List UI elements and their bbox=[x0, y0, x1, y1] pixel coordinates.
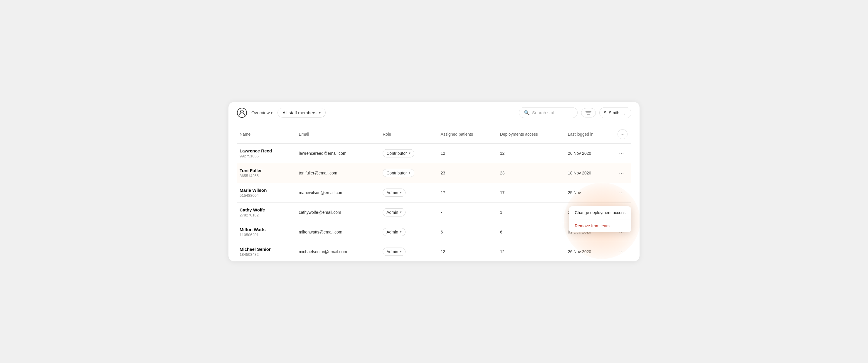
cell-last-logged-in: 25 Nov bbox=[565, 183, 614, 202]
cell-deployments-access: 6 bbox=[497, 222, 565, 242]
cell-name: Marie Wilson 515488004 bbox=[237, 183, 296, 202]
cell-actions: ··· bbox=[614, 143, 631, 163]
row-more-button[interactable]: ··· bbox=[617, 149, 626, 158]
cell-name: Milton Watts 110506201 bbox=[237, 222, 296, 242]
cell-email: miltonwatts@email.com bbox=[296, 222, 380, 242]
col-name: Name bbox=[237, 124, 296, 144]
cell-actions: ··· bbox=[614, 163, 631, 183]
cell-role: Contributor ▾ bbox=[380, 143, 437, 163]
col-assigned-patients: Assigned patients bbox=[437, 124, 497, 144]
cell-deployments-access: 12 bbox=[497, 143, 565, 163]
cell-email: lawrencereed@email.com bbox=[296, 143, 380, 163]
cell-email: michaelsenior@email.com bbox=[296, 242, 380, 262]
col-last-logged-in: Last logged in bbox=[565, 124, 614, 144]
chevron-down-icon: ▾ bbox=[400, 230, 402, 234]
cell-role: Admin ▾ bbox=[380, 183, 437, 202]
cell-deployments-access: 1 bbox=[497, 202, 565, 222]
cell-assigned-patients: - bbox=[437, 202, 497, 222]
role-dropdown[interactable]: Admin ▾ bbox=[382, 188, 405, 197]
table-row: Toni Fuller 865514265 tonifuller@email.c… bbox=[237, 163, 631, 183]
context-menu-remove-from-team[interactable]: Remove from team bbox=[569, 219, 631, 232]
cell-deployments-access: 12 bbox=[497, 242, 565, 262]
chevron-down-icon: ▾ bbox=[409, 151, 410, 155]
role-dropdown[interactable]: Admin ▾ bbox=[382, 208, 405, 216]
search-icon: 🔍 bbox=[524, 110, 530, 115]
cell-assigned-patients: 12 bbox=[437, 242, 497, 262]
cell-name: Cathy Wolfe 278270182 bbox=[237, 202, 296, 222]
more-horiz-icon: ··· bbox=[620, 131, 624, 137]
user-name: S. Smith bbox=[604, 111, 619, 115]
cell-name: Toni Fuller 865514265 bbox=[237, 163, 296, 183]
user-more-icon: ⋮ bbox=[622, 110, 627, 116]
filter-icon bbox=[586, 111, 591, 115]
context-menu-change-deployment[interactable]: Change deployment access bbox=[569, 206, 631, 219]
cell-deployments-access: 17 bbox=[497, 183, 565, 202]
cell-email: tonifuller@email.com bbox=[296, 163, 380, 183]
role-dropdown[interactable]: Contributor ▾ bbox=[382, 169, 414, 177]
app-logo bbox=[237, 108, 247, 118]
chevron-down-icon: ▾ bbox=[400, 250, 402, 253]
search-placeholder: Search staff bbox=[532, 110, 556, 115]
cell-deployments-access: 23 bbox=[497, 163, 565, 183]
cell-name: Michael Senior 184503482 bbox=[237, 242, 296, 262]
role-dropdown[interactable]: Admin ▾ bbox=[382, 228, 405, 236]
role-dropdown[interactable]: Contributor ▾ bbox=[382, 149, 414, 157]
col-email: Email bbox=[296, 124, 380, 144]
cell-assigned-patients: 23 bbox=[437, 163, 497, 183]
context-menu: Change deployment access Remove from tea… bbox=[569, 206, 631, 232]
col-role: Role bbox=[380, 124, 437, 144]
cell-email: mariewilson@email.com bbox=[296, 183, 380, 202]
col-deployments-access: Deployments access bbox=[497, 124, 565, 144]
row-more-button[interactable]: ··· bbox=[617, 247, 626, 256]
row-more-button[interactable]: ··· bbox=[617, 168, 626, 177]
staff-table: Name Email Role Assigned patients Deploy… bbox=[237, 124, 631, 262]
cell-assigned-patients: 6 bbox=[437, 222, 497, 242]
user-badge[interactable]: S. Smith ⋮ bbox=[599, 107, 631, 118]
table-more-button[interactable]: ··· bbox=[618, 129, 627, 139]
search-box[interactable]: 🔍 Search staff bbox=[519, 107, 578, 118]
col-actions: ··· bbox=[614, 124, 631, 144]
dropdown-label: All staff members bbox=[282, 110, 316, 115]
cell-assigned-patients: 17 bbox=[437, 183, 497, 202]
cell-role: Admin ▾ bbox=[380, 202, 437, 222]
cell-role: Admin ▾ bbox=[380, 222, 437, 242]
cell-role: Admin ▾ bbox=[380, 242, 437, 262]
header: Overview of All staff members ▾ 🔍 Search… bbox=[228, 102, 640, 124]
chevron-down-icon: ▾ bbox=[319, 111, 321, 115]
chevron-down-icon: ▾ bbox=[400, 191, 402, 194]
main-container: Overview of All staff members ▾ 🔍 Search… bbox=[228, 102, 640, 262]
cell-actions: ··· bbox=[614, 183, 631, 202]
cell-name: Lawrence Reed 992751056 bbox=[237, 143, 296, 163]
header-right: 🔍 Search staff S. Smith ⋮ bbox=[519, 107, 631, 118]
row-more-button[interactable]: ··· bbox=[617, 188, 626, 197]
context-menu-wrapper: Change deployment access Remove from tea… bbox=[569, 206, 631, 232]
chevron-down-icon: ▾ bbox=[409, 171, 410, 175]
chevron-down-icon: ▾ bbox=[400, 210, 402, 214]
table-row: Lawrence Reed 992751056 lawrencereed@ema… bbox=[237, 143, 631, 163]
cell-last-logged-in: 26 Nov 2020 bbox=[565, 242, 614, 262]
table-wrapper: Name Email Role Assigned patients Deploy… bbox=[228, 124, 640, 262]
role-dropdown[interactable]: Admin ▾ bbox=[382, 248, 405, 256]
cell-email: cathywolfe@email.com bbox=[296, 202, 380, 222]
table-body: Lawrence Reed 992751056 lawrencereed@ema… bbox=[237, 143, 631, 262]
table-header: Name Email Role Assigned patients Deploy… bbox=[237, 124, 631, 144]
cell-role: Contributor ▾ bbox=[380, 163, 437, 183]
overview-label: Overview of bbox=[251, 110, 275, 115]
cell-actions: ··· bbox=[614, 242, 631, 262]
cell-last-logged-in: 18 Nov 2020 bbox=[565, 163, 614, 183]
table-row: Marie Wilson 515488004 mariewilson@email… bbox=[237, 183, 631, 202]
filter-button[interactable] bbox=[581, 108, 596, 118]
cell-last-logged-in: 26 Nov 2020 bbox=[565, 143, 614, 163]
table-row: Michael Senior 184503482 michaelsenior@e… bbox=[237, 242, 631, 262]
cell-assigned-patients: 12 bbox=[437, 143, 497, 163]
staff-filter-dropdown[interactable]: All staff members ▾ bbox=[278, 108, 326, 118]
